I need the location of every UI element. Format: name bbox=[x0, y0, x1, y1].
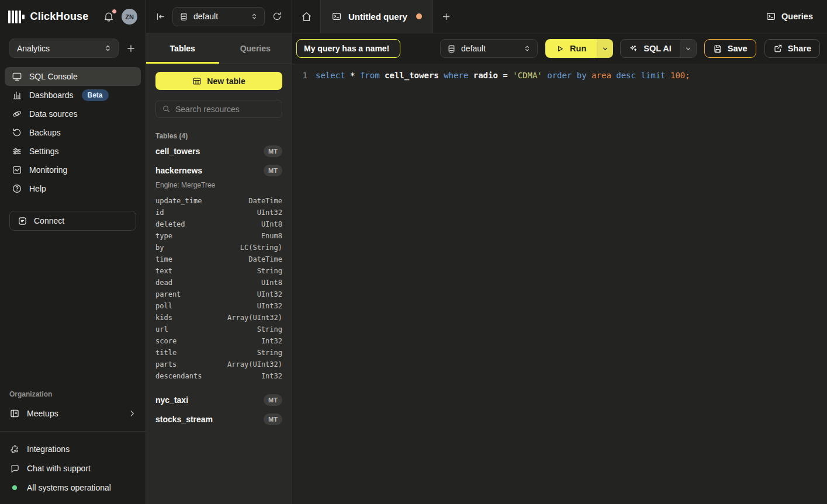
building-icon bbox=[9, 408, 20, 419]
notification-dot bbox=[112, 9, 117, 14]
queries-button[interactable]: Queries bbox=[752, 0, 827, 33]
home-icon[interactable] bbox=[292, 0, 320, 33]
column-row[interactable]: kids Array(UInt32) bbox=[155, 312, 282, 324]
engine-badge: MT bbox=[264, 394, 282, 406]
column-name: type bbox=[155, 232, 172, 240]
explorer-panel: default Tables Queries New table bbox=[146, 0, 292, 504]
sidebar-item-data-sources[interactable]: Data sources bbox=[5, 105, 141, 123]
column-type: String bbox=[257, 349, 282, 357]
monitoring-chart-icon bbox=[12, 165, 22, 175]
column-type: UInt32 bbox=[257, 208, 282, 217]
tab-tables[interactable]: Tables bbox=[146, 33, 219, 63]
sidebar-item-help[interactable]: Help bbox=[5, 179, 141, 198]
brand-name: ClickHouse bbox=[30, 11, 89, 23]
add-workspace-button[interactable] bbox=[126, 43, 136, 54]
sql-ai-caret[interactable] bbox=[680, 40, 696, 57]
beta-badge: Beta bbox=[82, 89, 109, 101]
new-table-button[interactable]: New table bbox=[155, 72, 282, 90]
chevron-updown-icon bbox=[250, 12, 258, 20]
table-row-cell-towers[interactable]: cell_towers MT bbox=[155, 141, 282, 161]
column-row[interactable]: score Int32 bbox=[155, 335, 282, 347]
column-row[interactable]: time DateTime bbox=[155, 253, 282, 265]
column-row[interactable]: title String bbox=[155, 347, 282, 359]
chat-bubble-icon bbox=[9, 464, 20, 474]
sql-editor[interactable]: 1 select * from cell_towers where radio … bbox=[292, 64, 827, 504]
connect-icon bbox=[18, 216, 27, 226]
share-button[interactable]: Share bbox=[764, 39, 820, 58]
sidebar-item-sql-console[interactable]: SQL Console bbox=[5, 67, 141, 86]
run-label: Run bbox=[570, 44, 586, 53]
column-name: by bbox=[155, 244, 164, 252]
notifications-bell-icon[interactable] bbox=[103, 11, 116, 23]
system-status-link[interactable]: All systems operational bbox=[9, 481, 136, 495]
search-icon bbox=[162, 105, 171, 113]
sidebar-item-label: Settings bbox=[29, 147, 59, 156]
explorer-body: New table Tables (4) cell_towers MT hack… bbox=[146, 64, 292, 504]
meetups-label: Meetups bbox=[27, 409, 58, 418]
column-row[interactable]: update_time DateTime bbox=[155, 195, 282, 207]
column-row[interactable]: by LC(String) bbox=[155, 242, 282, 253]
system-status-label: All systems operational bbox=[27, 483, 111, 492]
terminal-icon bbox=[331, 11, 342, 22]
database-icon bbox=[179, 12, 188, 21]
sidebar-item-monitoring[interactable]: Monitoring bbox=[5, 161, 141, 179]
explorer-tabs: Tables Queries bbox=[146, 33, 292, 64]
sidebar-item-meetups[interactable]: Meetups bbox=[0, 404, 146, 423]
table-row-nyc-taxi[interactable]: nyc_taxi MT bbox=[155, 390, 282, 409]
column-row[interactable]: descendants Int32 bbox=[155, 370, 282, 382]
chevron-right-icon bbox=[128, 409, 136, 418]
column-row[interactable]: dead UInt8 bbox=[155, 277, 282, 289]
tab-untitled-query[interactable]: Untitled query bbox=[320, 0, 433, 33]
database-select-toolbar[interactable]: default bbox=[440, 39, 538, 58]
save-button[interactable]: Save bbox=[704, 39, 756, 58]
sql-code: select * from cell_towers where radio = … bbox=[307, 69, 690, 82]
search-input[interactable] bbox=[175, 105, 281, 114]
run-options-caret[interactable] bbox=[597, 39, 613, 58]
table-row-stocks-stream[interactable]: stocks_stream MT bbox=[155, 409, 282, 429]
column-type: Enum8 bbox=[261, 232, 282, 240]
query-name-input[interactable] bbox=[296, 39, 400, 58]
save-label: Save bbox=[728, 44, 748, 53]
column-type: UInt8 bbox=[261, 220, 282, 228]
table-row-hackernews[interactable]: hackernews MT bbox=[155, 161, 282, 180]
column-row[interactable]: deleted UInt8 bbox=[155, 218, 282, 230]
integrations-link[interactable]: Integrations bbox=[9, 442, 136, 456]
collapse-panel-icon[interactable] bbox=[155, 12, 165, 22]
column-row[interactable]: text String bbox=[155, 265, 282, 277]
database-select-top[interactable]: default bbox=[172, 7, 265, 26]
chevron-updown-icon bbox=[523, 44, 531, 53]
table-name: nyc_taxi bbox=[155, 395, 264, 405]
column-name: time bbox=[155, 255, 172, 263]
sidebar-item-settings[interactable]: Settings bbox=[5, 142, 141, 161]
database-selected-label: default bbox=[461, 44, 518, 53]
avatar[interactable]: ZN bbox=[122, 9, 137, 25]
column-row[interactable]: poll UInt32 bbox=[155, 300, 282, 312]
chat-support-link[interactable]: Chat with support bbox=[9, 461, 136, 475]
column-name: parent bbox=[155, 290, 181, 298]
column-row[interactable]: parts Array(UInt32) bbox=[155, 359, 282, 370]
restore-icon bbox=[12, 127, 22, 138]
new-table-label: New table bbox=[207, 77, 245, 86]
sidebar-item-label: SQL Console bbox=[29, 72, 78, 81]
refresh-icon[interactable] bbox=[272, 11, 282, 22]
column-row[interactable]: type Enum8 bbox=[155, 230, 282, 242]
sidebar-item-dashboards[interactable]: Dashboards Beta bbox=[5, 86, 141, 105]
play-icon bbox=[556, 44, 565, 53]
column-row[interactable]: id UInt32 bbox=[155, 207, 282, 218]
bar-chart-icon bbox=[12, 90, 22, 100]
connect-button[interactable]: Connect bbox=[9, 211, 136, 231]
column-name: update_time bbox=[155, 197, 202, 205]
chat-support-label: Chat with support bbox=[27, 464, 91, 473]
database-selected-label: default bbox=[193, 12, 245, 21]
column-row[interactable]: url String bbox=[155, 324, 282, 335]
sql-ai-button[interactable]: SQL AI bbox=[620, 39, 697, 58]
new-tab-button[interactable] bbox=[433, 0, 460, 33]
column-type: Int32 bbox=[261, 372, 282, 380]
tab-queries[interactable]: Queries bbox=[219, 33, 292, 63]
column-row[interactable]: parent UInt32 bbox=[155, 289, 282, 300]
column-type: UInt32 bbox=[257, 302, 282, 310]
workspace-select[interactable]: Analytics bbox=[9, 39, 119, 58]
run-button[interactable]: Run bbox=[545, 39, 613, 58]
code-line: 1 select * from cell_towers where radio … bbox=[292, 69, 827, 82]
sidebar-item-backups[interactable]: Backups bbox=[5, 123, 141, 142]
